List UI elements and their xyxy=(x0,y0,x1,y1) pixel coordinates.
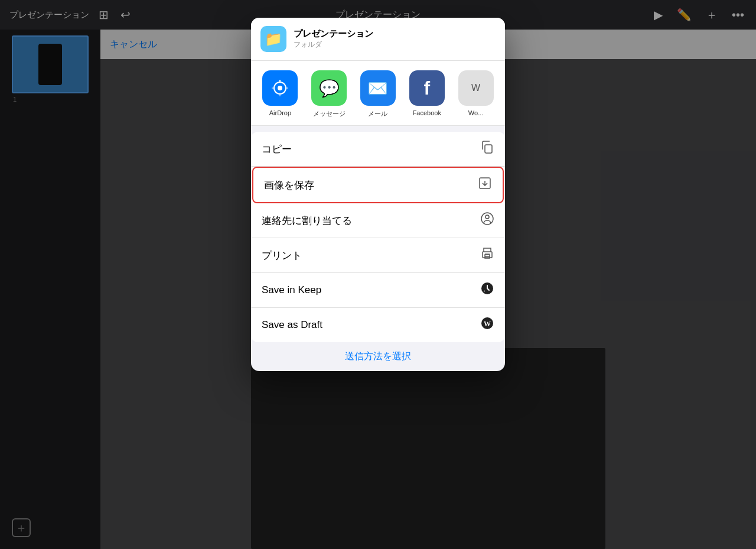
app-facebook[interactable]: f Facebook xyxy=(402,70,451,118)
share-popup: 📁 プレゼンテーション フォルダ AirDrop 💬 メッセージ ✉️ メール … xyxy=(251,18,505,371)
contact-icon xyxy=(480,212,494,229)
more-app-label: Wo... xyxy=(468,109,483,116)
action-print[interactable]: プリント xyxy=(251,238,505,273)
save-image-icon xyxy=(478,176,492,194)
copy-icon xyxy=(480,140,494,158)
action-list: コピー 画像を保存 連絡先に割り当てる プリント xyxy=(251,132,505,342)
airdrop-icon xyxy=(262,70,298,106)
action-contact-label: 連絡先に割り当てる xyxy=(262,214,352,228)
share-apps-row: AirDrop 💬 メッセージ ✉️ メール f Facebook W Wo..… xyxy=(251,61,505,126)
action-keep[interactable]: Save in Keep xyxy=(251,273,505,308)
folder-icon: 📁 xyxy=(260,26,286,52)
action-save-draft-label: Save as Draft xyxy=(262,319,322,331)
action-copy-label: コピー xyxy=(262,142,292,156)
popup-footer: 送信方法を選択 xyxy=(251,342,505,371)
action-print-label: プリント xyxy=(262,249,302,262)
action-contact[interactable]: 連絡先に割り当てる xyxy=(251,203,505,238)
mail-label: メール xyxy=(368,109,387,118)
svg-point-9 xyxy=(485,215,489,219)
more-link[interactable]: 送信方法を選択 xyxy=(345,351,411,361)
svg-text:W: W xyxy=(484,320,491,328)
print-icon xyxy=(480,246,494,264)
app-more[interactable]: W Wo... xyxy=(451,70,500,118)
keep-icon xyxy=(480,281,494,299)
messages-label: メッセージ xyxy=(313,109,346,118)
action-save-draft[interactable]: Save as Draft W xyxy=(251,308,505,342)
facebook-label: Facebook xyxy=(413,109,441,116)
folder-type: フォルダ xyxy=(294,40,373,50)
action-save-image[interactable]: 画像を保存 xyxy=(252,167,504,203)
svg-rect-6 xyxy=(485,145,492,153)
svg-point-1 xyxy=(278,86,282,90)
facebook-icon: f xyxy=(409,70,445,106)
mail-icon: ✉️ xyxy=(360,70,396,106)
airdrop-label: AirDrop xyxy=(269,109,291,116)
action-keep-label: Save in Keep xyxy=(262,284,321,296)
messages-icon: 💬 xyxy=(311,70,347,106)
app-airdrop[interactable]: AirDrop xyxy=(256,70,305,118)
app-messages[interactable]: 💬 メッセージ xyxy=(305,70,354,118)
more-app-icon: W xyxy=(458,70,494,106)
app-mail[interactable]: ✉️ メール xyxy=(354,70,403,118)
popup-header: 📁 プレゼンテーション フォルダ xyxy=(251,18,505,61)
folder-info: プレゼンテーション フォルダ xyxy=(294,28,373,50)
action-save-image-label: 画像を保存 xyxy=(264,178,314,192)
wordpress-icon: W xyxy=(480,316,494,334)
action-copy[interactable]: コピー xyxy=(251,132,505,167)
folder-name: プレゼンテーション xyxy=(294,28,373,40)
